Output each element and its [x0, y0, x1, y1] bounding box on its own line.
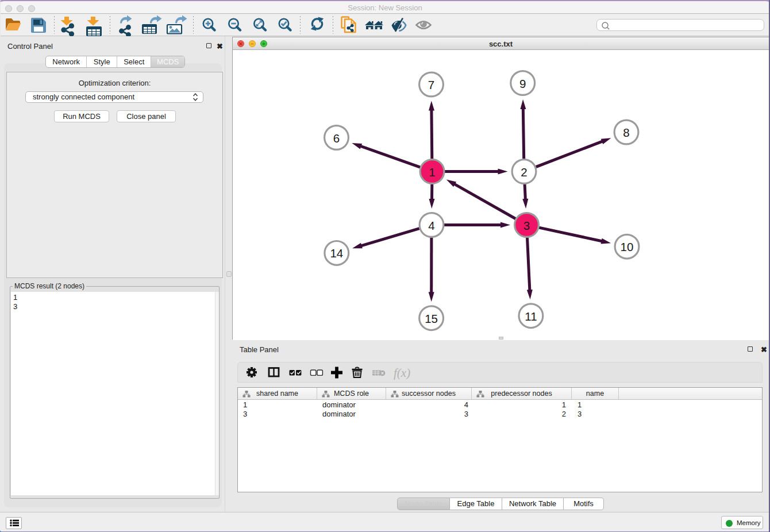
svg-text:7: 7 [428, 78, 434, 91]
svg-text:4: 4 [428, 219, 434, 232]
svg-text:f(x): f(x) [394, 366, 410, 380]
svg-text:15: 15 [425, 312, 438, 325]
svg-text:1: 1 [429, 165, 435, 179]
svg-text:14: 14 [330, 246, 343, 260]
svg-text:9: 9 [519, 77, 526, 90]
svg-text:3: 3 [523, 219, 530, 232]
svg-text:10: 10 [621, 240, 634, 253]
svg-text:2: 2 [521, 165, 527, 179]
svg-text:11: 11 [525, 310, 537, 323]
svg-text:6: 6 [333, 132, 340, 145]
svg-text:8: 8 [623, 126, 629, 139]
